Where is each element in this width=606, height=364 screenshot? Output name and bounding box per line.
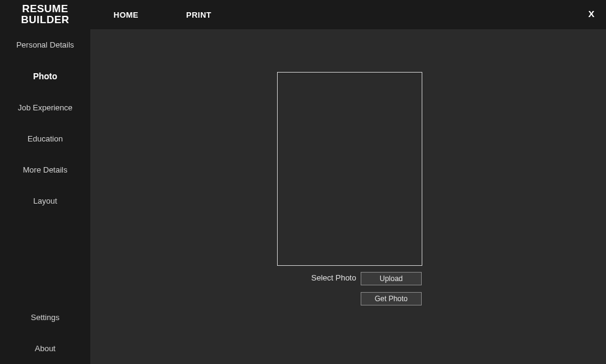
sidebar-item-job-experience[interactable]: Job Experience (0, 92, 90, 123)
sidebar: Personal Details Photo Job Experience Ed… (0, 29, 90, 364)
sidebar-item-education[interactable]: Education (0, 123, 90, 154)
logo-line1: RESUME (0, 4, 90, 15)
main-content: Select Photo Upload Get Photo (90, 29, 606, 364)
sidebar-item-about[interactable]: About (0, 333, 90, 364)
select-photo-label: Select Photo (311, 273, 356, 282)
get-photo-button[interactable]: Get Photo (361, 292, 422, 305)
header: RESUME BUILDER HOME PRINT X (0, 0, 606, 29)
sidebar-item-personal-details[interactable]: Personal Details (0, 29, 90, 60)
sidebar-spacer (0, 216, 90, 302)
close-button[interactable]: X (588, 9, 595, 19)
sidebar-item-photo[interactable]: Photo (0, 60, 90, 92)
app-logo: RESUME BUILDER (0, 4, 90, 26)
photo-frame (277, 72, 422, 266)
sidebar-item-layout[interactable]: Layout (0, 185, 90, 216)
nav-print[interactable]: PRINT (175, 10, 223, 20)
sidebar-item-settings[interactable]: Settings (0, 302, 90, 333)
upload-button[interactable]: Upload (361, 272, 422, 285)
logo-line2: BUILDER (0, 15, 90, 26)
nav-home[interactable]: HOME (103, 10, 150, 20)
sidebar-item-more-details[interactable]: More Details (0, 154, 90, 185)
